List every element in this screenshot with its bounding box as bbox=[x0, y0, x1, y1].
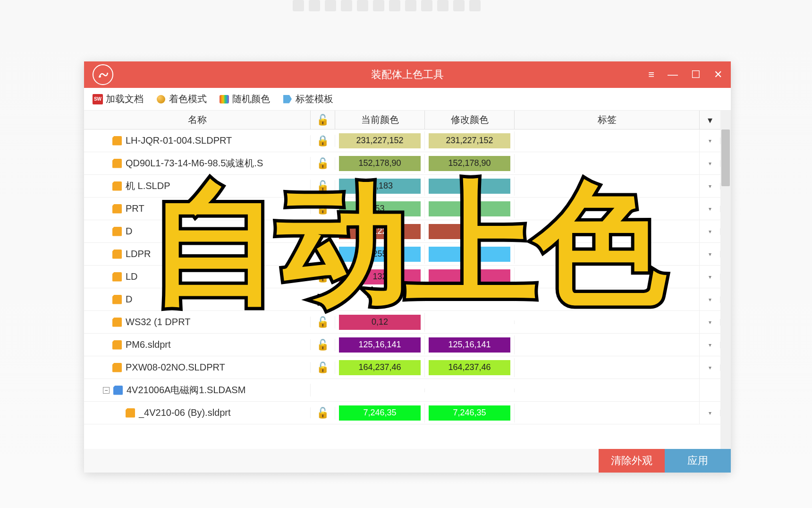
row-dropdown[interactable]: ▾ bbox=[700, 160, 720, 167]
modified-color-cell[interactable] bbox=[425, 388, 515, 392]
rainbow-icon bbox=[219, 94, 229, 104]
row-filename: LD bbox=[126, 271, 138, 282]
row-tag-cell[interactable] bbox=[515, 334, 700, 356]
table-row[interactable]: PXW08-02NO.SLDPRT🔓164,237,46164,237,46▾ bbox=[84, 356, 720, 379]
part-icon bbox=[112, 204, 122, 214]
row-tag-cell[interactable] bbox=[515, 379, 700, 401]
maximize-icon[interactable]: ☐ bbox=[691, 69, 701, 81]
row-name-cell[interactable]: LH-JQR-01-004.SLDPRT bbox=[84, 135, 311, 146]
random-color-button[interactable]: 随机颜色 bbox=[219, 93, 270, 105]
assembly-icon bbox=[113, 386, 123, 395]
unlock-icon: 🔓 bbox=[316, 339, 329, 351]
window-title: 装配体上色工具 bbox=[371, 68, 444, 82]
header-dropdown[interactable]: ▾ bbox=[700, 111, 720, 129]
row-dropdown[interactable]: ▾ bbox=[700, 183, 720, 189]
color-swatch: 231,227,152 bbox=[429, 133, 510, 148]
overlay-title: 自动上色 bbox=[149, 156, 663, 335]
clear-appearance-button[interactable]: 清除外观 bbox=[599, 449, 665, 473]
table-row[interactable]: LH-JQR-01-004.SLDPRT🔒231,227,152231,227,… bbox=[84, 129, 720, 152]
color-swatch: 231,227,152 bbox=[339, 133, 421, 148]
color-swatch: 125,16,141 bbox=[429, 337, 510, 353]
row-dropdown[interactable]: ▾ bbox=[700, 206, 720, 212]
part-icon bbox=[112, 136, 122, 146]
row-dropdown[interactable]: ▾ bbox=[700, 228, 720, 235]
unlock-icon: 🔓 bbox=[316, 362, 329, 374]
row-lock-cell[interactable]: 🔒 bbox=[311, 135, 335, 147]
color-swatch: 164,237,46 bbox=[339, 360, 421, 375]
tag-icon bbox=[282, 94, 293, 104]
modified-color-cell[interactable]: 231,227,152 bbox=[425, 131, 515, 150]
current-color-cell[interactable]: 164,237,46 bbox=[335, 358, 425, 377]
row-filename: D bbox=[126, 226, 132, 237]
header-lock[interactable]: 🔓 bbox=[311, 111, 335, 129]
menu-icon[interactable]: ≡ bbox=[648, 69, 654, 81]
minimize-icon[interactable]: — bbox=[668, 69, 678, 81]
row-dropdown[interactable]: ▾ bbox=[700, 251, 720, 258]
current-color-cell[interactable]: 125,16,141 bbox=[335, 336, 425, 354]
header-modified-color[interactable]: 修改颜色 bbox=[425, 111, 515, 129]
part-icon bbox=[112, 227, 122, 236]
row-filename: PM6.sldprt bbox=[126, 339, 171, 350]
table-row[interactable]: −4V21006A电磁阀1.SLDASM bbox=[84, 379, 720, 402]
row-lock-cell[interactable]: 🔓 bbox=[311, 362, 335, 374]
close-icon[interactable]: ✕ bbox=[714, 69, 722, 81]
tag-template-label: 标签模板 bbox=[296, 93, 333, 105]
row-tag-cell[interactable] bbox=[515, 129, 700, 152]
row-name-cell[interactable]: PXW08-02NO.SLDPRT bbox=[84, 362, 311, 373]
part-icon bbox=[112, 272, 122, 282]
current-color-cell[interactable] bbox=[335, 388, 425, 392]
row-dropdown[interactable]: ▾ bbox=[700, 410, 720, 416]
row-dropdown[interactable]: ▾ bbox=[700, 296, 720, 303]
current-color-cell[interactable]: 231,227,152 bbox=[335, 131, 425, 150]
color-swatch: 125,16,141 bbox=[339, 337, 421, 353]
button-bar: 清除外观 应用 bbox=[84, 449, 731, 473]
part-icon bbox=[112, 295, 122, 304]
sw-icon: SW bbox=[93, 94, 103, 104]
row-filename: D bbox=[126, 294, 132, 305]
header-current-color[interactable]: 当前颜色 bbox=[335, 111, 425, 129]
table-row[interactable]: PM6.sldprt🔓125,16,141125,16,141▾ bbox=[84, 334, 720, 356]
row-name-cell[interactable]: PM6.sldprt bbox=[84, 339, 311, 350]
part-icon bbox=[112, 318, 122, 327]
row-filename: _4V210-06 (By).sldprt bbox=[139, 407, 231, 418]
row-name-cell[interactable]: −4V21006A电磁阀1.SLDASM bbox=[84, 384, 311, 396]
row-dropdown[interactable]: ▾ bbox=[700, 342, 720, 348]
part-icon bbox=[112, 340, 122, 350]
table-row[interactable]: _4V210-06 (By).sldprt🔓7,246,357,246,35▾ bbox=[84, 402, 720, 424]
header-name[interactable]: 名称 bbox=[84, 111, 311, 129]
color-mode-button[interactable]: 着色模式 bbox=[156, 93, 207, 105]
color-mode-label: 着色模式 bbox=[169, 93, 207, 105]
modified-color-cell[interactable]: 7,246,35 bbox=[425, 404, 515, 422]
modified-color-cell[interactable]: 164,237,46 bbox=[425, 358, 515, 377]
modified-color-cell[interactable]: 125,16,141 bbox=[425, 336, 515, 354]
row-tag-cell[interactable] bbox=[515, 356, 700, 379]
unlock-icon: 🔓 bbox=[316, 114, 329, 126]
row-dropdown[interactable]: ▾ bbox=[700, 138, 720, 144]
row-filename: PXW08-02NO.SLDPRT bbox=[126, 362, 225, 373]
part-icon bbox=[112, 250, 122, 259]
row-dropdown[interactable]: ▾ bbox=[700, 319, 720, 326]
tag-template-button[interactable]: 标签模板 bbox=[282, 93, 333, 105]
table-header: 名称 🔓 当前颜色 修改颜色 标签 ▾ bbox=[84, 111, 720, 129]
row-dropdown[interactable]: ▾ bbox=[700, 364, 720, 371]
part-icon bbox=[112, 159, 122, 168]
load-document-button[interactable]: SW 加载文档 bbox=[93, 93, 144, 105]
row-filename: PRT bbox=[126, 203, 144, 214]
lock-icon: 🔒 bbox=[316, 135, 329, 147]
row-lock-cell[interactable]: 🔓 bbox=[311, 339, 335, 351]
row-lock-cell[interactable]: 🔓 bbox=[311, 407, 335, 419]
vertical-scrollbar[interactable] bbox=[720, 111, 731, 449]
sphere-icon bbox=[156, 94, 166, 104]
random-color-label: 随机颜色 bbox=[232, 93, 270, 105]
header-tag[interactable]: 标签 bbox=[515, 111, 700, 129]
row-name-cell[interactable]: _4V210-06 (By).sldprt bbox=[84, 407, 311, 418]
apply-button[interactable]: 应用 bbox=[665, 449, 731, 473]
current-color-cell[interactable]: 7,246,35 bbox=[335, 404, 425, 422]
scrollbar-thumb[interactable] bbox=[721, 129, 730, 186]
row-tag-cell[interactable] bbox=[515, 402, 700, 424]
row-filename: LDPR bbox=[126, 249, 151, 259]
expand-icon[interactable]: − bbox=[103, 387, 110, 394]
part-icon bbox=[112, 363, 122, 372]
part-icon bbox=[126, 408, 135, 418]
row-dropdown[interactable]: ▾ bbox=[700, 274, 720, 280]
